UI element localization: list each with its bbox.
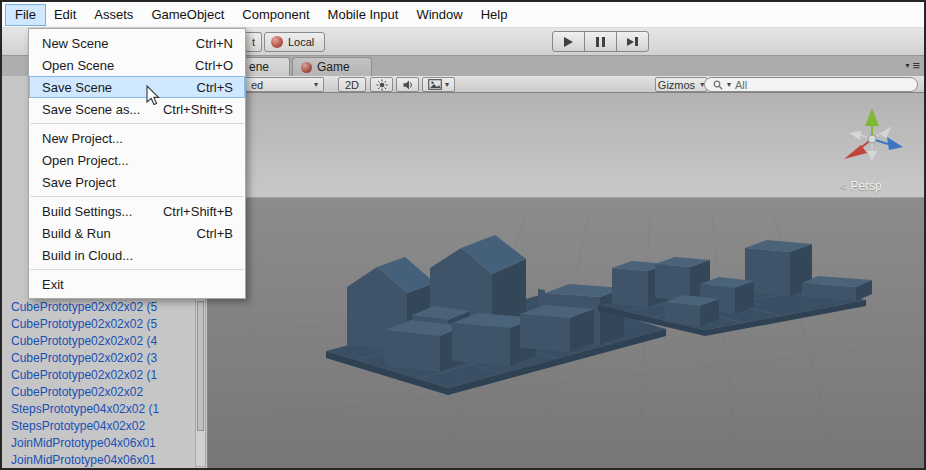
menu-item-window[interactable]: Window: [407, 5, 471, 25]
projection-toggle[interactable]: < Persp: [840, 179, 882, 193]
2d-toggle-label: 2D: [345, 79, 359, 91]
hierarchy-list: CubePrototype02x02x02 (5 CubePrototype02…: [2, 299, 194, 468]
menu-item-label: Save Project: [42, 175, 116, 190]
scene-viewport[interactable]: < Persp: [208, 93, 924, 468]
gizmos-label: Gizmos: [658, 79, 695, 91]
menu-separator: [30, 123, 244, 124]
building-cube-r3-tall: [745, 240, 812, 296]
pause-button[interactable]: [584, 31, 617, 52]
hierarchy-item[interactable]: CubePrototype02x02x02 (4: [2, 333, 194, 350]
play-button[interactable]: [552, 31, 585, 52]
tab-game-label: Game: [317, 60, 350, 74]
hierarchy-scrollbar-thumb[interactable]: [197, 301, 204, 431]
menu-item-shortcut: Ctrl+B: [197, 226, 233, 241]
local-axis-icon: [271, 36, 283, 48]
menu-item-edit[interactable]: Edit: [45, 5, 85, 25]
unity-window: t Local CubePrototype02x02x02 (5 CubePro…: [0, 0, 926, 470]
local-toggle-button[interactable]: Local: [264, 32, 325, 52]
persp-chevron-icon: <: [840, 180, 846, 192]
tab-scene-label: ene: [249, 60, 269, 74]
menu-item-open-project[interactable]: Open Project...: [29, 149, 245, 171]
pivot-toggle-label: t: [252, 36, 255, 48]
draw-mode-dropdown[interactable]: ed ▾: [246, 77, 324, 92]
hierarchy-item[interactable]: CubePrototype02x02x02 (5: [2, 316, 194, 333]
menu-item-new-project[interactable]: New Project...: [29, 127, 245, 149]
sky: [208, 93, 924, 199]
menu-item-assets[interactable]: Assets: [85, 5, 142, 25]
tab-game[interactable]: Game: [292, 57, 372, 76]
search-filter-value: All: [735, 79, 747, 91]
hierarchy-item[interactable]: CubePrototype02x02x02 (3: [2, 350, 194, 367]
building-slab-r4: [802, 276, 872, 301]
chevron-down-icon: ▾: [314, 81, 318, 89]
menu-item-exit[interactable]: Exit: [29, 273, 245, 295]
menu-item-save-scene-as[interactable]: Save Scene as... Ctrl+Shift+S: [29, 98, 245, 120]
menu-item-label: Open Project...: [42, 153, 129, 168]
menu-item-help[interactable]: Help: [472, 5, 517, 25]
menu-item-label: Build & Run: [42, 226, 111, 241]
local-toggle-label: Local: [288, 36, 314, 48]
menu-item-component[interactable]: Component: [233, 5, 318, 25]
menu-item-label: Save Scene as...: [42, 102, 140, 117]
hierarchy-item[interactable]: CubePrototype02x02x02 (1: [2, 367, 194, 384]
pause-icon: [596, 37, 605, 47]
menu-item-new-scene[interactable]: New Scene Ctrl+N: [29, 32, 245, 54]
menu-item-build-in-cloud[interactable]: Build in Cloud...: [29, 244, 245, 266]
menu-item-save-scene[interactable]: Save Scene Ctrl+S: [29, 76, 245, 98]
hierarchy-item[interactable]: StepsPrototype04x02x02 (1: [2, 401, 194, 418]
menu-item-gameobject[interactable]: GameObject: [142, 5, 233, 25]
pane-dropdown-icon[interactable]: ▾: [905, 61, 909, 70]
2d-toggle-button[interactable]: 2D: [338, 77, 366, 92]
pivot-toggle-button[interactable]: t: [246, 32, 262, 52]
menu-item-label: Build Settings...: [42, 204, 132, 219]
building-cube-r6: [665, 295, 719, 326]
search-icon: [713, 80, 723, 90]
image-icon: [428, 79, 442, 90]
lighting-toggle-button[interactable]: [370, 77, 393, 92]
hierarchy-item[interactable]: JoinMidPrototype04x06x01: [2, 452, 194, 468]
menu-item-shortcut: Ctrl+Shift+S: [163, 102, 233, 117]
pane-menu-icon[interactable]: ≡: [912, 59, 920, 72]
chevron-down-icon: ▾: [727, 81, 731, 89]
menu-item-label: Build in Cloud...: [42, 248, 133, 263]
hierarchy-item[interactable]: CubePrototype02x02x02: [2, 384, 194, 401]
play-controls: [552, 31, 649, 52]
draw-mode-label: ed: [251, 79, 263, 91]
menu-item-label: New Project...: [42, 131, 123, 146]
menu-item-label: Exit: [42, 277, 64, 292]
menu-item-shortcut: Ctrl+Shift+B: [163, 204, 233, 219]
menu-item-build-and-run[interactable]: Build & Run Ctrl+B: [29, 222, 245, 244]
menu-bar: File Edit Assets GameObject Component Mo…: [2, 2, 924, 28]
file-menu: New Scene Ctrl+N Open Scene Ctrl+O Save …: [28, 28, 246, 299]
scene-render: [208, 93, 924, 468]
game-tab-icon: [301, 62, 312, 73]
menu-separator: [30, 269, 244, 270]
menu-item-open-scene[interactable]: Open Scene Ctrl+O: [29, 54, 245, 76]
effects-dropdown-button[interactable]: ▾: [422, 77, 455, 92]
hierarchy-item[interactable]: CubePrototype02x02x02 (5: [2, 299, 194, 316]
hierarchy-item[interactable]: JoinMidPrototype04x06x01: [2, 435, 194, 452]
menu-item-mobile-input[interactable]: Mobile Input: [319, 5, 408, 25]
scene-view-toolbar: ed ▾ 2D: [208, 76, 924, 93]
menu-item-label: Save Scene: [42, 80, 112, 95]
menu-item-shortcut: Ctrl+O: [195, 58, 233, 73]
scene-search-field[interactable]: ▾ All: [704, 77, 918, 92]
hierarchy-item[interactable]: StepsPrototype04x02x02: [2, 418, 194, 435]
speaker-icon: [402, 79, 414, 91]
menu-item-build-settings[interactable]: Build Settings... Ctrl+Shift+B: [29, 200, 245, 222]
menu-item-save-project[interactable]: Save Project: [29, 171, 245, 193]
sun-icon: [376, 79, 388, 91]
step-icon: [627, 37, 638, 46]
gizmos-dropdown[interactable]: Gizmos ▾: [655, 77, 707, 92]
chevron-down-icon: ▾: [445, 81, 449, 89]
audio-toggle-button[interactable]: [396, 77, 419, 92]
step-button[interactable]: [616, 31, 649, 52]
menu-item-file[interactable]: File: [6, 5, 45, 25]
play-icon: [564, 37, 573, 47]
gizmo-center[interactable]: [868, 135, 876, 143]
menu-item-shortcut: Ctrl+S: [197, 80, 233, 95]
menu-item-label: New Scene: [42, 36, 108, 51]
building-cube-front-right: [520, 305, 594, 352]
menu-item-label: Open Scene: [42, 58, 114, 73]
persp-label: Persp: [850, 179, 881, 193]
